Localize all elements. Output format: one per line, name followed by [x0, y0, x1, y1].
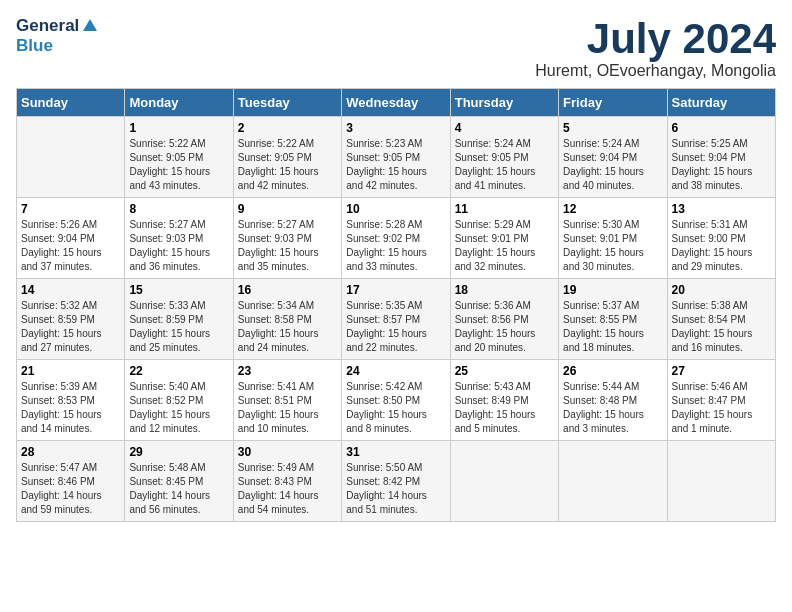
calendar-cell: 26Sunrise: 5:44 AM Sunset: 8:48 PM Dayli…: [559, 360, 667, 441]
day-number: 31: [346, 445, 445, 459]
day-number: 23: [238, 364, 337, 378]
calendar-cell: [667, 441, 775, 522]
day-number: 3: [346, 121, 445, 135]
day-number: 24: [346, 364, 445, 378]
calendar-cell: 20Sunrise: 5:38 AM Sunset: 8:54 PM Dayli…: [667, 279, 775, 360]
day-info: Sunrise: 5:37 AM Sunset: 8:55 PM Dayligh…: [563, 299, 662, 355]
day-info: Sunrise: 5:36 AM Sunset: 8:56 PM Dayligh…: [455, 299, 554, 355]
calendar-cell: 18Sunrise: 5:36 AM Sunset: 8:56 PM Dayli…: [450, 279, 558, 360]
calendar-cell: 7Sunrise: 5:26 AM Sunset: 9:04 PM Daylig…: [17, 198, 125, 279]
day-number: 30: [238, 445, 337, 459]
day-number: 9: [238, 202, 337, 216]
day-number: 14: [21, 283, 120, 297]
day-info: Sunrise: 5:28 AM Sunset: 9:02 PM Dayligh…: [346, 218, 445, 274]
weekday-header-wednesday: Wednesday: [342, 89, 450, 117]
weekday-header-friday: Friday: [559, 89, 667, 117]
weekday-header-sunday: Sunday: [17, 89, 125, 117]
calendar-cell: [17, 117, 125, 198]
day-number: 10: [346, 202, 445, 216]
calendar-week-4: 21Sunrise: 5:39 AM Sunset: 8:53 PM Dayli…: [17, 360, 776, 441]
day-info: Sunrise: 5:35 AM Sunset: 8:57 PM Dayligh…: [346, 299, 445, 355]
calendar-cell: 21Sunrise: 5:39 AM Sunset: 8:53 PM Dayli…: [17, 360, 125, 441]
day-number: 21: [21, 364, 120, 378]
calendar-cell: 2Sunrise: 5:22 AM Sunset: 9:05 PM Daylig…: [233, 117, 341, 198]
calendar-cell: 5Sunrise: 5:24 AM Sunset: 9:04 PM Daylig…: [559, 117, 667, 198]
calendar-week-1: 1Sunrise: 5:22 AM Sunset: 9:05 PM Daylig…: [17, 117, 776, 198]
day-number: 11: [455, 202, 554, 216]
day-number: 25: [455, 364, 554, 378]
calendar-cell: 28Sunrise: 5:47 AM Sunset: 8:46 PM Dayli…: [17, 441, 125, 522]
location: Huremt, OEvoerhangay, Mongolia: [535, 62, 776, 80]
logo: General Blue: [16, 16, 99, 56]
calendar-cell: 1Sunrise: 5:22 AM Sunset: 9:05 PM Daylig…: [125, 117, 233, 198]
day-info: Sunrise: 5:47 AM Sunset: 8:46 PM Dayligh…: [21, 461, 120, 517]
day-info: Sunrise: 5:44 AM Sunset: 8:48 PM Dayligh…: [563, 380, 662, 436]
day-info: Sunrise: 5:29 AM Sunset: 9:01 PM Dayligh…: [455, 218, 554, 274]
calendar-cell: 3Sunrise: 5:23 AM Sunset: 9:05 PM Daylig…: [342, 117, 450, 198]
day-number: 26: [563, 364, 662, 378]
calendar-cell: 8Sunrise: 5:27 AM Sunset: 9:03 PM Daylig…: [125, 198, 233, 279]
day-number: 1: [129, 121, 228, 135]
day-info: Sunrise: 5:43 AM Sunset: 8:49 PM Dayligh…: [455, 380, 554, 436]
day-number: 28: [21, 445, 120, 459]
page-header: General Blue July 2024 Huremt, OEvoerhan…: [16, 16, 776, 80]
calendar-cell: 13Sunrise: 5:31 AM Sunset: 9:00 PM Dayli…: [667, 198, 775, 279]
day-info: Sunrise: 5:24 AM Sunset: 9:04 PM Dayligh…: [563, 137, 662, 193]
day-number: 22: [129, 364, 228, 378]
day-info: Sunrise: 5:22 AM Sunset: 9:05 PM Dayligh…: [129, 137, 228, 193]
title-area: July 2024 Huremt, OEvoerhangay, Mongolia: [535, 16, 776, 80]
calendar-cell: [559, 441, 667, 522]
day-number: 4: [455, 121, 554, 135]
calendar-cell: 29Sunrise: 5:48 AM Sunset: 8:45 PM Dayli…: [125, 441, 233, 522]
day-number: 5: [563, 121, 662, 135]
day-info: Sunrise: 5:25 AM Sunset: 9:04 PM Dayligh…: [672, 137, 771, 193]
calendar-cell: 11Sunrise: 5:29 AM Sunset: 9:01 PM Dayli…: [450, 198, 558, 279]
day-info: Sunrise: 5:38 AM Sunset: 8:54 PM Dayligh…: [672, 299, 771, 355]
day-number: 15: [129, 283, 228, 297]
day-info: Sunrise: 5:31 AM Sunset: 9:00 PM Dayligh…: [672, 218, 771, 274]
calendar-cell: 24Sunrise: 5:42 AM Sunset: 8:50 PM Dayli…: [342, 360, 450, 441]
calendar-cell: 30Sunrise: 5:49 AM Sunset: 8:43 PM Dayli…: [233, 441, 341, 522]
calendar-cell: 9Sunrise: 5:27 AM Sunset: 9:03 PM Daylig…: [233, 198, 341, 279]
calendar-cell: 16Sunrise: 5:34 AM Sunset: 8:58 PM Dayli…: [233, 279, 341, 360]
day-info: Sunrise: 5:41 AM Sunset: 8:51 PM Dayligh…: [238, 380, 337, 436]
day-info: Sunrise: 5:24 AM Sunset: 9:05 PM Dayligh…: [455, 137, 554, 193]
calendar-cell: 31Sunrise: 5:50 AM Sunset: 8:42 PM Dayli…: [342, 441, 450, 522]
day-info: Sunrise: 5:40 AM Sunset: 8:52 PM Dayligh…: [129, 380, 228, 436]
day-info: Sunrise: 5:48 AM Sunset: 8:45 PM Dayligh…: [129, 461, 228, 517]
day-info: Sunrise: 5:33 AM Sunset: 8:59 PM Dayligh…: [129, 299, 228, 355]
logo-general-text: General: [16, 16, 79, 36]
calendar-cell: 10Sunrise: 5:28 AM Sunset: 9:02 PM Dayli…: [342, 198, 450, 279]
day-info: Sunrise: 5:22 AM Sunset: 9:05 PM Dayligh…: [238, 137, 337, 193]
day-number: 27: [672, 364, 771, 378]
day-info: Sunrise: 5:23 AM Sunset: 9:05 PM Dayligh…: [346, 137, 445, 193]
day-number: 18: [455, 283, 554, 297]
weekday-header-monday: Monday: [125, 89, 233, 117]
day-number: 13: [672, 202, 771, 216]
day-number: 8: [129, 202, 228, 216]
day-number: 17: [346, 283, 445, 297]
calendar-cell: 6Sunrise: 5:25 AM Sunset: 9:04 PM Daylig…: [667, 117, 775, 198]
day-info: Sunrise: 5:32 AM Sunset: 8:59 PM Dayligh…: [21, 299, 120, 355]
logo-icon: [81, 17, 99, 35]
day-number: 2: [238, 121, 337, 135]
weekday-header-row: SundayMondayTuesdayWednesdayThursdayFrid…: [17, 89, 776, 117]
calendar-cell: 14Sunrise: 5:32 AM Sunset: 8:59 PM Dayli…: [17, 279, 125, 360]
weekday-header-thursday: Thursday: [450, 89, 558, 117]
month-year: July 2024: [535, 16, 776, 62]
day-info: Sunrise: 5:46 AM Sunset: 8:47 PM Dayligh…: [672, 380, 771, 436]
calendar-cell: 17Sunrise: 5:35 AM Sunset: 8:57 PM Dayli…: [342, 279, 450, 360]
day-number: 29: [129, 445, 228, 459]
calendar-cell: [450, 441, 558, 522]
weekday-header-tuesday: Tuesday: [233, 89, 341, 117]
day-info: Sunrise: 5:26 AM Sunset: 9:04 PM Dayligh…: [21, 218, 120, 274]
day-info: Sunrise: 5:27 AM Sunset: 9:03 PM Dayligh…: [129, 218, 228, 274]
day-number: 19: [563, 283, 662, 297]
day-number: 20: [672, 283, 771, 297]
calendar-cell: 27Sunrise: 5:46 AM Sunset: 8:47 PM Dayli…: [667, 360, 775, 441]
day-info: Sunrise: 5:39 AM Sunset: 8:53 PM Dayligh…: [21, 380, 120, 436]
day-info: Sunrise: 5:34 AM Sunset: 8:58 PM Dayligh…: [238, 299, 337, 355]
calendar-cell: 15Sunrise: 5:33 AM Sunset: 8:59 PM Dayli…: [125, 279, 233, 360]
day-number: 12: [563, 202, 662, 216]
day-info: Sunrise: 5:30 AM Sunset: 9:01 PM Dayligh…: [563, 218, 662, 274]
